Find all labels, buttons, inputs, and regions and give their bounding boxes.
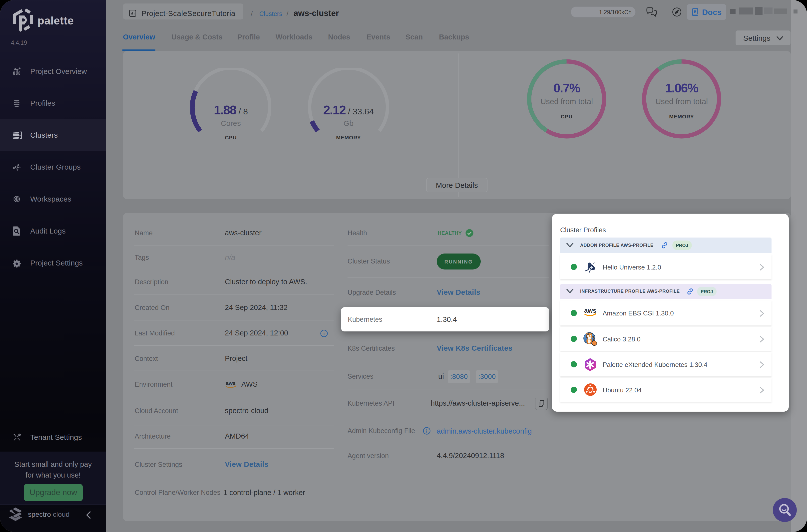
svg-text:aws: aws (226, 380, 236, 386)
svg-text:aws: aws (584, 307, 596, 314)
